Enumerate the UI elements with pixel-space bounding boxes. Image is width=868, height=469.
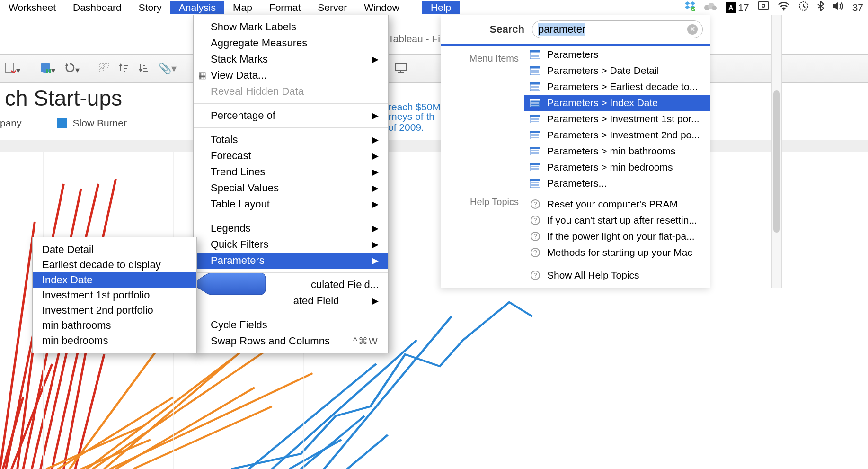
sort-desc-icon[interactable] (139, 63, 149, 75)
svg-rect-39 (758, 2, 769, 9)
menuitem-edit-calculated-field[interactable]: Edit Calculated Field▶ (194, 293, 388, 309)
param-index-date[interactable]: Index Date (33, 272, 196, 288)
submenu-arrow-icon: ▶ (372, 110, 379, 121)
help-result-text: Reset your computer's PRAM (547, 198, 678, 210)
submenu-arrow-icon: ▶ (372, 167, 379, 177)
menu-help[interactable]: Help (422, 1, 460, 14)
submenu-arrow-icon: ▶ (372, 255, 379, 266)
sort-asc-icon[interactable] (119, 63, 129, 75)
legend-company-label: pany (0, 117, 22, 129)
help-result-menuitem[interactable]: Parameters > min bathrooms (524, 143, 710, 159)
param-min-bedrooms[interactable]: min bedrooms (33, 333, 196, 348)
submenu-arrow-icon: ▶ (372, 54, 379, 64)
refresh-icon[interactable]: ▾ (65, 63, 80, 75)
menuitem-parameters[interactable]: Parameters▶ (194, 253, 388, 269)
cloud-sync-icon[interactable] (704, 1, 717, 13)
timemachine-icon[interactable] (798, 1, 809, 14)
svg-line-0 (0, 222, 35, 469)
help-search-field[interactable]: parameter ✕ (532, 20, 703, 38)
param-investment-1st[interactable]: Investment 1st portfolio (33, 288, 196, 303)
help-result-menuitem[interactable]: Parameters > min bedrooms (524, 159, 710, 175)
svg-rect-104 (530, 163, 540, 165)
help-result-menuitem[interactable]: Parameters... (524, 175, 710, 191)
submenu-arrow-icon: ▶ (372, 223, 379, 234)
bluetooth-icon[interactable] (817, 1, 824, 14)
menu-format[interactable]: Format (261, 1, 310, 14)
submenu-arrow-icon: ▶ (372, 135, 379, 145)
window-title: Tableau - Finance [R (0, 19, 868, 35)
menuitem-aggregate-measures[interactable]: Aggregate Measures (194, 35, 388, 51)
help-result-topic[interactable]: ?Reset your computer's PRAM (524, 196, 710, 212)
help-result-menuitem[interactable]: Parameters > Earliest decade to... (524, 79, 710, 95)
help-result-topic[interactable]: ?If you can't start up after resettin... (524, 212, 710, 228)
display-icon[interactable] (758, 1, 769, 13)
presentation-icon[interactable] (395, 63, 407, 75)
menuitem-legends[interactable]: Legends▶ (194, 220, 388, 236)
svg-point-41 (783, 9, 784, 11)
help-icon: ? (529, 271, 541, 280)
menuitem-view-data[interactable]: ▦View Data... (194, 67, 388, 83)
submenu-arrow-icon: ▶ (372, 183, 379, 193)
param-earliest-decade[interactable]: Earliest decade to display (33, 257, 196, 272)
submenu-arrow-icon: ▶ (372, 296, 379, 306)
menu-map[interactable]: Map (224, 1, 261, 14)
help-result-menuitem[interactable]: Parameters > Investment 1st por... (524, 111, 710, 127)
svg-marker-62 (139, 69, 142, 72)
volume-icon[interactable] (833, 1, 844, 13)
help-result-topic[interactable]: ?Methods for starting up your Mac (524, 244, 710, 261)
menu-story[interactable]: Story (130, 1, 170, 14)
group-icon[interactable] (99, 63, 109, 75)
help-result-menuitem[interactable]: Parameters > Investment 2nd po... (524, 127, 710, 143)
adobe-count: 17 (738, 2, 749, 13)
analysis-dropdown: Show Mark Labels Aggregate Measures Stac… (193, 15, 389, 353)
adobe-icon[interactable]: A 17 (726, 2, 749, 13)
menuitem-cycle-fields[interactable]: Cycle Fields (194, 317, 388, 333)
menuitem-forecast[interactable]: Forecast▶ (194, 148, 388, 164)
help-result-menuitem[interactable]: Parameters (524, 46, 710, 63)
menuitem-stack-marks[interactable]: Stack Marks▶ (194, 51, 388, 67)
param-min-bathrooms[interactable]: min bathrooms (33, 318, 196, 333)
menu-window[interactable]: Window (355, 1, 408, 14)
menuitem-icon (529, 82, 541, 91)
menuitem-trend-lines[interactable]: Trend Lines▶ (194, 164, 388, 180)
menuitem-quick-filters[interactable]: Quick Filters▶ (194, 236, 388, 253)
attach-icon[interactable]: 📎▾ (159, 63, 177, 75)
clear-sheet-icon[interactable]: ▾ (5, 62, 20, 76)
system-tray: A 17 37 (685, 1, 868, 14)
svg-line-21 (249, 364, 376, 469)
menuitem-icon (529, 114, 541, 124)
submenu-arrow-icon: ▶ (372, 199, 379, 209)
svg-line-25 (347, 435, 388, 469)
scrollbar-track[interactable] (771, 15, 782, 288)
svg-rect-53 (100, 63, 104, 67)
svg-rect-51 (49, 69, 51, 73)
menuitem-show-mark-labels[interactable]: Show Mark Labels (194, 19, 388, 35)
menuitem-percentage-of[interactable]: Percentage of▶ (194, 108, 388, 124)
svg-rect-89 (530, 115, 540, 117)
menu-analysis[interactable]: Analysis (170, 1, 224, 14)
menu-items-heading: Menu Items (441, 52, 519, 64)
param-investment-2nd[interactable]: Investment 2nd portfolio (33, 303, 196, 318)
menuitem-table-layout[interactable]: Table Layout▶ (194, 196, 388, 212)
menuitem-special-values[interactable]: Special Values▶ (194, 180, 388, 196)
menu-server[interactable]: Server (309, 1, 355, 14)
help-result-menuitem[interactable]: Parameters > Index Date (524, 95, 710, 111)
help-topics-heading: Help Topics (441, 197, 519, 207)
wifi-icon[interactable] (778, 1, 790, 13)
param-date-detail[interactable]: Date Detail (33, 242, 196, 257)
legend-slow-burner-label: Slow Burner (73, 117, 127, 129)
menu-worksheet[interactable]: Worksheet (0, 1, 64, 14)
help-result-text: If the power light on your flat-pa... (547, 231, 695, 242)
menuitem-swap-rows-columns[interactable]: Swap Rows and Columns^⌘W (194, 333, 388, 349)
help-result-topic[interactable]: ?If the power light on your flat-pa... (524, 228, 710, 244)
shortcut-label: ^⌘W (353, 335, 379, 347)
show-all-help-topics[interactable]: ? Show All Help Topics (524, 267, 710, 283)
menuitem-totals[interactable]: Totals▶ (194, 132, 388, 148)
datasource-icon[interactable]: ▾ (40, 62, 55, 76)
scrollbar-thumb[interactable] (773, 90, 780, 233)
column-header-band (0, 140, 868, 152)
menu-dashboard[interactable]: Dashboard (64, 1, 130, 14)
dropbox-icon[interactable] (685, 1, 695, 13)
help-result-menuitem[interactable]: Parameters > Date Detail (524, 63, 710, 79)
clear-search-icon[interactable]: ✕ (687, 24, 698, 35)
